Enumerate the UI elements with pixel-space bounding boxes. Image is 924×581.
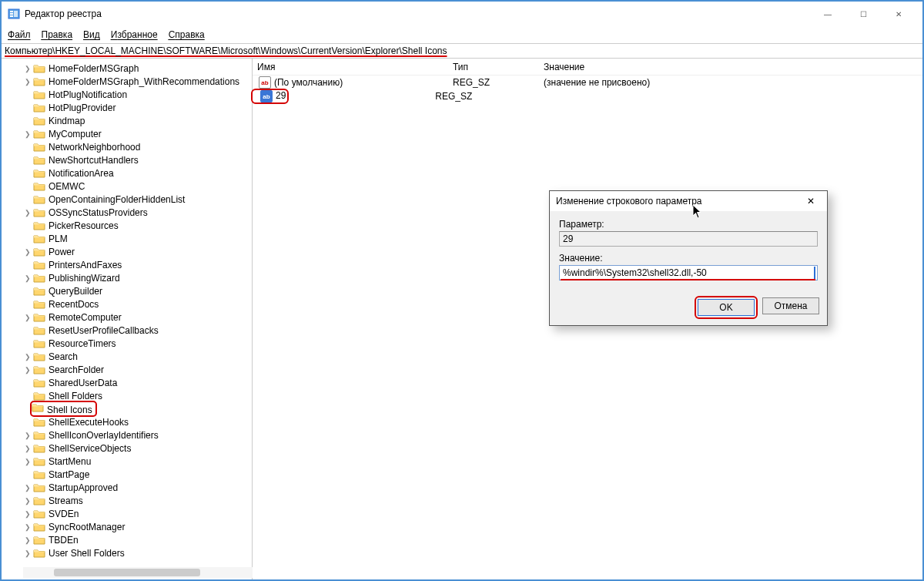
registry-tree[interactable]: ❯HomeFolderMSGraph❯HomeFolderMSGraph_Wit… xyxy=(2,59,253,579)
col-name[interactable]: Имя xyxy=(253,62,448,72)
tree-item-label: SyncRootManager xyxy=(49,522,125,532)
chevron-right-icon[interactable]: ❯ xyxy=(23,248,32,256)
tree-item[interactable]: ❯SVDEn xyxy=(23,507,252,520)
address-path[interactable]: Компьютер\HKEY_LOCAL_MACHINE\SOFTWARE\Mi… xyxy=(5,45,447,56)
folder-icon xyxy=(33,482,45,493)
tree-item[interactable]: ❯StartMenu xyxy=(23,455,252,468)
tree-item[interactable]: QueryBuilder xyxy=(23,284,252,297)
cancel-button[interactable]: Отмена xyxy=(762,297,819,314)
folder-icon xyxy=(33,233,45,244)
tree-item[interactable]: SharedUserData xyxy=(23,376,252,389)
folder-icon xyxy=(33,181,45,192)
chevron-right-icon[interactable]: ❯ xyxy=(23,130,32,138)
chevron-right-icon[interactable]: ❯ xyxy=(23,458,32,465)
maximize-button[interactable]: ☐ xyxy=(845,2,881,26)
tree-item-label: ShellExecuteHooks xyxy=(49,417,129,428)
tree-item-label: StartPage xyxy=(49,469,89,480)
tree-item[interactable]: HotPlugNotification xyxy=(23,88,252,101)
tree-item[interactable]: ResetUserProfileCallbacks xyxy=(23,324,252,337)
menu-edit[interactable]: Правка xyxy=(42,29,73,40)
chevron-right-icon[interactable]: ❯ xyxy=(23,209,32,217)
tree-item[interactable]: NetworkNeighborhood xyxy=(23,140,252,153)
dialog-close-button[interactable]: ✕ xyxy=(801,196,821,207)
value-name: 29 xyxy=(276,90,286,101)
tree-item[interactable]: ❯Search xyxy=(23,350,252,363)
tree-item[interactable]: ❯OSSyncStatusProviders xyxy=(23,206,252,219)
ok-button[interactable]: OK xyxy=(698,299,755,316)
chevron-right-icon[interactable]: ❯ xyxy=(23,497,32,505)
tree-item[interactable]: NotificationArea xyxy=(23,166,252,180)
menu-help[interactable]: Справка xyxy=(169,29,205,40)
tree-item[interactable]: ❯Streams xyxy=(23,494,252,507)
tree-item[interactable]: OpenContainingFolderHiddenList xyxy=(23,193,252,206)
menu-favorites[interactable]: Избранное xyxy=(111,29,158,40)
tree-item[interactable]: PLM xyxy=(23,232,252,245)
tree-item-label: RemoteComputer xyxy=(49,312,122,323)
chevron-right-icon[interactable]: ❯ xyxy=(23,445,32,452)
tree-item[interactable]: ❯HomeFolderMSGraph_WithRecommendations xyxy=(23,75,252,88)
tree-item[interactable]: ❯ShellServiceObjects xyxy=(23,442,252,455)
chevron-right-icon[interactable]: ❯ xyxy=(23,549,32,557)
folder-icon xyxy=(33,260,45,270)
tree-item[interactable]: ❯RemoteComputer xyxy=(23,311,252,324)
tree-item[interactable]: ❯User Shell Folders xyxy=(23,546,252,559)
string-value-icon: ab xyxy=(259,76,271,89)
chevron-right-icon[interactable]: ❯ xyxy=(23,484,32,492)
tree-item[interactable]: StartPage xyxy=(23,468,252,481)
tree-item-label: HotPlugNotification xyxy=(49,89,127,100)
menu-bar: Файл Правка Вид Избранное Справка xyxy=(2,26,922,43)
tree-item[interactable]: ❯MyComputer xyxy=(23,127,252,140)
folder-icon xyxy=(33,338,45,349)
tree-item[interactable]: ❯HomeFolderMSGraph xyxy=(23,62,252,75)
tree-item-label: ShellServiceObjects xyxy=(49,443,131,454)
tree-item[interactable]: ResourceTimers xyxy=(23,337,252,350)
tree-item[interactable]: Shell Folders xyxy=(23,389,252,402)
chevron-right-icon[interactable]: ❯ xyxy=(23,314,32,321)
chevron-right-icon[interactable]: ❯ xyxy=(23,523,32,531)
tree-item[interactable]: PrintersAndFaxes xyxy=(23,258,252,271)
chevron-right-icon[interactable]: ❯ xyxy=(23,274,32,282)
value-input[interactable] xyxy=(559,265,818,280)
chevron-right-icon[interactable]: ❯ xyxy=(23,353,32,361)
chevron-right-icon[interactable]: ❯ xyxy=(23,536,32,544)
address-bar[interactable]: Компьютер\HKEY_LOCAL_MACHINE\SOFTWARE\Mi… xyxy=(2,43,922,59)
folder-icon xyxy=(33,220,45,231)
tree-item[interactable]: ❯SyncRootManager xyxy=(23,520,252,533)
values-header: Имя Тип Значение xyxy=(253,59,922,76)
tree-horizontal-scrollbar[interactable] xyxy=(23,567,253,578)
value-row[interactable]: ab29REG_SZ xyxy=(253,89,922,103)
tree-item[interactable]: RecentDocs xyxy=(23,297,252,311)
tree-item[interactable]: NewShortcutHandlers xyxy=(23,153,252,166)
minimize-button[interactable]: — xyxy=(810,2,845,26)
close-button[interactable]: ✕ xyxy=(881,2,916,26)
tree-item[interactable]: Shell Icons xyxy=(23,402,252,415)
folder-icon xyxy=(33,535,45,546)
tree-item[interactable]: ❯StartupApproved xyxy=(23,481,252,494)
tree-item[interactable]: Kindmap xyxy=(23,114,252,127)
col-value[interactable]: Значение xyxy=(539,62,922,72)
dialog-titlebar[interactable]: Изменение строкового параметра ✕ xyxy=(550,191,827,211)
menu-file[interactable]: Файл xyxy=(8,29,31,40)
chevron-right-icon[interactable]: ❯ xyxy=(23,65,32,72)
chevron-right-icon[interactable]: ❯ xyxy=(23,510,32,518)
svg-rect-2 xyxy=(10,13,13,15)
tree-item[interactable]: ❯PublishingWizard xyxy=(23,271,252,284)
tree-item[interactable]: ShellExecuteHooks xyxy=(23,415,252,428)
tree-item-label: PublishingWizard xyxy=(49,273,120,284)
tree-item[interactable]: ❯Power xyxy=(23,245,252,258)
chevron-right-icon[interactable]: ❯ xyxy=(23,78,32,86)
col-type[interactable]: Тип xyxy=(448,62,539,72)
tree-item-label: ResetUserProfileCallbacks xyxy=(49,325,159,336)
tree-item[interactable]: ❯TBDEn xyxy=(23,533,252,546)
annotation-value-highlight: ab29 xyxy=(253,90,287,103)
tree-item[interactable]: HotPlugProvider xyxy=(23,101,252,114)
tree-item[interactable]: PickerResources xyxy=(23,219,252,232)
menu-view[interactable]: Вид xyxy=(83,29,100,40)
tree-item[interactable]: ❯SearchFolder xyxy=(23,363,252,376)
chevron-right-icon[interactable]: ❯ xyxy=(23,432,32,439)
tree-item[interactable]: OEMWC xyxy=(23,180,252,193)
chevron-right-icon[interactable]: ❯ xyxy=(23,366,32,374)
tree-item[interactable]: ❯ShellIconOverlayIdentifiers xyxy=(23,428,252,442)
tree-item-label: QueryBuilder xyxy=(49,286,102,297)
value-row[interactable]: ab(По умолчанию)REG_SZ(значение не присв… xyxy=(253,76,922,89)
